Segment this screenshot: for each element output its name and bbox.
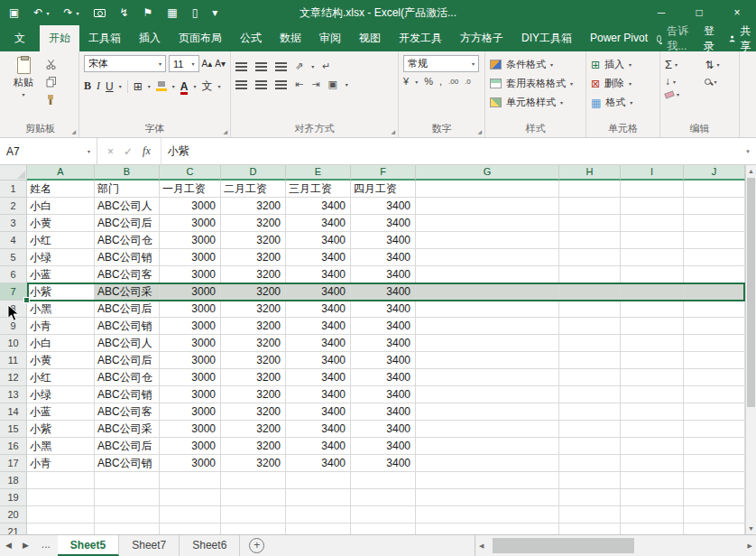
cell-d12[interactable]: 3200	[221, 369, 286, 386]
cell-a6[interactable]: 小蓝	[27, 266, 95, 283]
cell-a10[interactable]: 小白	[27, 335, 95, 352]
cell-h13[interactable]	[559, 386, 621, 403]
new-sheet-button[interactable]: +	[249, 538, 264, 553]
cell-f9[interactable]: 3400	[351, 318, 416, 335]
cell-a9[interactable]: 小青	[27, 318, 95, 335]
cell-g18[interactable]	[416, 472, 559, 489]
cell-c20[interactable]	[160, 506, 221, 524]
formula-bar-expand-icon[interactable]: ▾	[740, 138, 756, 164]
cell-e14[interactable]: 3400	[286, 403, 351, 421]
tab-file[interactable]: 文件	[0, 25, 40, 51]
tab-power-pivot[interactable]: Power Pivot	[581, 25, 657, 51]
cell-j12[interactable]	[684, 369, 745, 386]
cell-e7[interactable]: 3400	[286, 283, 351, 301]
cell-i20[interactable]	[621, 506, 684, 524]
cell-j18[interactable]	[684, 472, 745, 489]
cell-j4[interactable]	[684, 232, 745, 249]
cell-i8[interactable]	[621, 301, 684, 318]
row-header-16[interactable]: 16	[0, 438, 27, 455]
cell-d15[interactable]: 3200	[221, 421, 286, 438]
cell-j20[interactable]	[684, 506, 745, 524]
cell-i16[interactable]	[621, 438, 684, 455]
maximize-button[interactable]: □	[680, 0, 718, 25]
cell-g21[interactable]	[416, 524, 559, 534]
flag-icon[interactable]: ⚑	[143, 7, 153, 18]
cell-e10[interactable]: 3400	[286, 335, 351, 352]
cell-a4[interactable]: 小红	[27, 232, 95, 249]
camera-icon[interactable]	[94, 9, 106, 17]
cell-i19[interactable]	[621, 489, 684, 506]
cell-d2[interactable]: 3200	[221, 198, 286, 215]
sheet-nav-right-icon[interactable]: ▶	[17, 535, 34, 556]
cell-f4[interactable]: 3400	[351, 232, 416, 249]
cell-i12[interactable]	[621, 369, 684, 386]
formula-input[interactable]: 小紫	[161, 138, 740, 164]
cell-j21[interactable]	[684, 524, 745, 534]
cell-g6[interactable]	[416, 266, 559, 283]
alignment-dialog-launcher-icon[interactable]: ◢	[391, 128, 395, 134]
tab-review[interactable]: 审阅	[310, 25, 350, 51]
cell-h14[interactable]	[559, 403, 621, 421]
row-header-1[interactable]: 1	[0, 181, 27, 198]
cell-d16[interactable]: 3200	[221, 438, 286, 455]
horizontal-scroll-thumb[interactable]	[493, 538, 633, 553]
row-header-11[interactable]: 11	[0, 352, 27, 369]
cell-c16[interactable]: 3000	[160, 438, 221, 455]
name-box[interactable]: A7 ▾	[0, 138, 97, 164]
cell-f10[interactable]: 3400	[351, 335, 416, 352]
column-header-g[interactable]: G	[416, 165, 559, 181]
cell-f8[interactable]: 3400	[351, 301, 416, 318]
cell-g17[interactable]	[416, 455, 559, 472]
cell-c5[interactable]: 3000	[160, 249, 221, 266]
row-header-2[interactable]: 2	[0, 198, 27, 215]
column-header-f[interactable]: F	[351, 165, 416, 181]
cell-f12[interactable]: 3400	[351, 369, 416, 386]
cell-h5[interactable]	[559, 249, 621, 266]
cell-e8[interactable]: 3400	[286, 301, 351, 318]
cell-b4[interactable]: ABC公司仓	[95, 232, 160, 249]
cell-a15[interactable]: 小紫	[27, 421, 95, 438]
redo-icon[interactable]: ↷	[63, 7, 72, 18]
decrease-font-size-icon[interactable]: A▾	[215, 59, 226, 69]
row-header-10[interactable]: 10	[0, 335, 27, 352]
cell-f19[interactable]	[351, 489, 416, 506]
cell-e3[interactable]: 3400	[286, 215, 351, 232]
cell-a3[interactable]: 小黄	[27, 215, 95, 232]
clipboard-dialog-launcher-icon[interactable]: ◢	[71, 128, 76, 134]
sheet-ellipsis[interactable]: ...	[34, 535, 58, 556]
cell-c3[interactable]: 3000	[160, 215, 221, 232]
cell-g1[interactable]	[416, 181, 559, 198]
cell-g12[interactable]	[416, 369, 559, 386]
cell-f18[interactable]	[351, 472, 416, 489]
cell-c14[interactable]: 3000	[160, 403, 221, 421]
cell-g16[interactable]	[416, 438, 559, 455]
cell-b7[interactable]: ABC公司采	[95, 283, 160, 301]
cell-g4[interactable]	[416, 232, 559, 249]
cell-d13[interactable]: 3200	[221, 386, 286, 403]
cell-c10[interactable]: 3000	[160, 335, 221, 352]
minimize-button[interactable]: ─	[642, 0, 680, 25]
autosum-button[interactable]: Σ ▾	[665, 58, 694, 71]
cell-c17[interactable]: 3000	[160, 455, 221, 472]
cell-d21[interactable]	[221, 524, 286, 534]
cell-g20[interactable]	[416, 506, 559, 524]
row-header-19[interactable]: 19	[0, 489, 27, 506]
cell-b12[interactable]: ABC公司仓	[95, 369, 160, 386]
cell-j16[interactable]	[684, 438, 745, 455]
cell-d6[interactable]: 3200	[221, 266, 286, 283]
cell-e1[interactable]: 三月工资	[286, 181, 351, 198]
scroll-left-icon[interactable]: ◀	[475, 540, 487, 551]
cell-d18[interactable]	[221, 472, 286, 489]
vertical-scroll-thumb[interactable]	[747, 178, 755, 407]
row-header-18[interactable]: 18	[0, 472, 27, 489]
bold-button[interactable]: B	[84, 79, 91, 93]
share-button[interactable]: 共享	[729, 23, 754, 54]
orientation-icon[interactable]: ⇗	[295, 60, 303, 72]
cell-g7[interactable]	[416, 283, 559, 301]
cell-e13[interactable]: 3400	[286, 386, 351, 403]
cell-b8[interactable]: ABC公司后	[95, 301, 160, 318]
cell-i4[interactable]	[621, 232, 684, 249]
cell-e15[interactable]: 3400	[286, 421, 351, 438]
column-header-i[interactable]: I	[621, 165, 684, 181]
cell-d8[interactable]: 3200	[221, 301, 286, 318]
